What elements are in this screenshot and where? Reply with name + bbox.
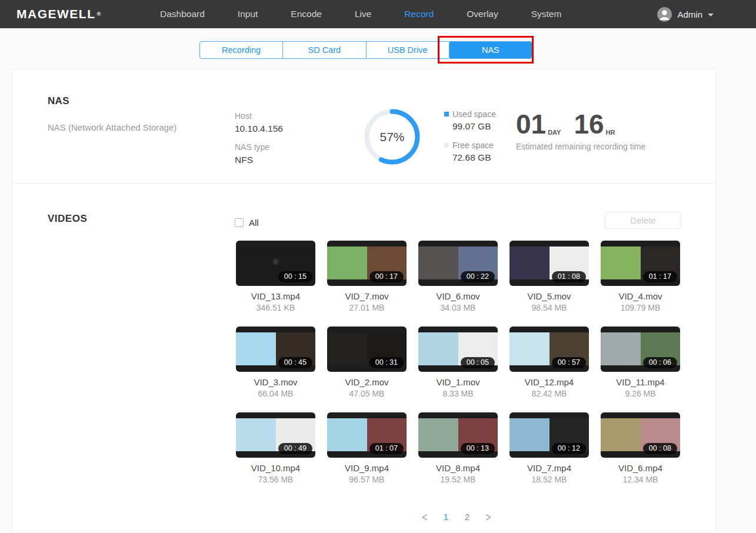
- video-thumbnail[interactable]: ◉ 01 : 17: [601, 241, 680, 286]
- video-thumbnail[interactable]: ◉ 01 : 07: [327, 412, 407, 458]
- video-size: 66.04 MB: [236, 389, 315, 398]
- video-name: VID_6.mp4: [601, 463, 680, 473]
- used-space-value: 99.07 GB: [452, 120, 496, 132]
- video-size: 47.05 MB: [327, 389, 407, 398]
- video-thumbnail[interactable]: ◉ 00 : 08: [601, 412, 680, 458]
- video-name: VID_10.mp4: [236, 463, 315, 473]
- select-all-checkbox[interactable]: [235, 218, 244, 227]
- video-duration-badge: 00 : 05: [461, 357, 495, 368]
- nav-system[interactable]: System: [531, 9, 562, 19]
- video-name: VID_3.mov: [236, 377, 315, 387]
- video-duration-badge: 00 : 06: [643, 357, 677, 368]
- tab-nas[interactable]: NAS: [449, 42, 532, 58]
- video-thumbnail[interactable]: ◉ 00 : 17: [327, 241, 407, 286]
- video-thumbnail[interactable]: ◉ 00 : 12: [509, 412, 589, 458]
- video-duration-badge: 00 : 17: [369, 271, 404, 282]
- video-duration-badge: 00 : 45: [278, 357, 312, 368]
- pagination: < 1 2 >: [418, 509, 495, 524]
- video-size: 19.52 MB: [418, 475, 498, 484]
- video-card[interactable]: ◉ 00 : 17 VID_7.mov 27.01 MB: [327, 241, 407, 312]
- video-thumbnail[interactable]: ◉ 01 : 08: [509, 241, 589, 286]
- video-thumbnail[interactable]: ◉ 00 : 13: [418, 412, 498, 458]
- video-name: VID_13.mp4: [236, 291, 315, 301]
- user-menu[interactable]: Admin: [657, 0, 714, 28]
- video-card[interactable]: ◉ 00 : 08 VID_6.mp4 12.34 MB: [601, 412, 680, 484]
- nav-encode[interactable]: Encode: [291, 9, 322, 19]
- prev-page-icon[interactable]: <: [418, 507, 431, 527]
- main-nav: Dashboard Input Encode Live Record Overl…: [160, 0, 561, 28]
- video-card[interactable]: ◉ 01 : 07 VID_9.mp4 96.57 MB: [327, 412, 407, 484]
- tab-usb-drive[interactable]: USB Drive: [366, 42, 449, 58]
- video-duration-badge: 00 : 49: [278, 443, 312, 454]
- user-avatar-icon: [657, 7, 672, 22]
- video-thumbnail[interactable]: ◉ 00 : 57: [509, 327, 589, 372]
- video-name: VID_8.mp4: [418, 463, 498, 473]
- video-card[interactable]: ◉ 00 : 57 VID_12.mp4 82.42 MB: [509, 327, 589, 398]
- nav-record[interactable]: Record: [404, 9, 434, 19]
- videos-section-title: VIDEOS: [48, 213, 87, 225]
- tab-recording[interactable]: Recording: [200, 42, 282, 58]
- video-name: VID_12.mp4: [509, 377, 589, 387]
- free-space-value: 72.68 GB: [452, 151, 496, 164]
- content-card: NAS NAS (Network Attached Storage) Host …: [12, 69, 716, 533]
- video-thumbnail[interactable]: ◉ 00 : 22: [418, 241, 498, 286]
- page-2-button[interactable]: 2: [461, 509, 474, 524]
- video-card[interactable]: ◉ 01 : 08 VID_5.mov 98.54 MB: [509, 241, 589, 312]
- video-card[interactable]: ◉ 00 : 13 VID_8.mp4 19.52 MB: [418, 412, 498, 484]
- nas-type-value: NFS: [235, 154, 283, 166]
- remaining-days: 01: [516, 111, 546, 138]
- nav-overlay[interactable]: Overlay: [467, 9, 498, 19]
- video-thumbnail[interactable]: ◉ 00 : 06: [601, 327, 680, 372]
- video-card[interactable]: ◉ 00 : 15 VID_13.mp4 346.51 KB: [236, 241, 315, 312]
- logo-text: MAGEWELL: [16, 7, 95, 21]
- remaining-hours-unit: HR: [606, 129, 615, 136]
- nav-live[interactable]: Live: [355, 9, 371, 19]
- video-card[interactable]: ◉ 00 : 06 VID_11.mp4 9.26 MB: [601, 327, 680, 398]
- video-card[interactable]: ◉ 00 : 22 VID_6.mov 34.03 MB: [418, 241, 498, 312]
- video-grid: ◉ 00 : 15 VID_13.mp4 346.51 KB ◉ 00 : 17…: [236, 241, 681, 484]
- video-size: 82.42 MB: [509, 389, 589, 398]
- video-name: VID_11.mp4: [601, 377, 680, 387]
- nav-input[interactable]: Input: [238, 9, 258, 19]
- video-duration-badge: 00 : 15: [278, 271, 312, 282]
- navbar: MAGEWELL® Dashboard Input Encode Live Re…: [0, 0, 756, 28]
- video-thumbnail[interactable]: ◉ 00 : 49: [236, 412, 315, 458]
- video-size: 18.52 MB: [509, 475, 589, 484]
- video-card[interactable]: ◉ 00 : 31 VID_2.mov 47.05 MB: [327, 327, 407, 398]
- video-card[interactable]: ◉ 00 : 49 VID_10.mp4 73.56 MB: [236, 412, 315, 484]
- video-duration-badge: 00 : 12: [552, 443, 586, 454]
- delete-button[interactable]: Delete: [605, 212, 681, 229]
- video-thumbnail[interactable]: ◉ 00 : 45: [236, 327, 315, 372]
- nas-section-subtitle: NAS (Network Attached Storage): [48, 122, 176, 132]
- select-all-label: All: [249, 218, 259, 228]
- used-space-label: Used space: [452, 108, 496, 120]
- chevron-down-icon: [708, 14, 714, 16]
- magewell-logo: MAGEWELL®: [16, 0, 102, 28]
- video-card[interactable]: ◉ 00 : 05 VID_1.mov 8.33 MB: [418, 327, 498, 398]
- video-thumbnail[interactable]: ◉ 00 : 15: [236, 241, 315, 286]
- video-name: VID_1.mov: [418, 377, 498, 387]
- page-1-button[interactable]: 1: [439, 509, 452, 524]
- storage-tab-group: Recording SD Card USB Drive NAS: [199, 41, 532, 59]
- video-card[interactable]: ◉ 01 : 17 VID_4.mov 109.79 MB: [601, 241, 680, 312]
- video-card[interactable]: ◉ 00 : 12 VID_7.mp4 18.52 MB: [509, 412, 589, 484]
- free-space-legend: Free space 72.68 GB: [444, 139, 496, 164]
- video-name: VID_6.mov: [418, 291, 498, 301]
- video-thumbnail[interactable]: ◉ 00 : 05: [418, 327, 498, 372]
- video-card[interactable]: ◉ 00 : 45 VID_3.mov 66.04 MB: [236, 327, 315, 398]
- tab-sd-card[interactable]: SD Card: [282, 42, 365, 58]
- remaining-days-unit: DAY: [548, 129, 561, 136]
- video-duration-badge: 01 : 08: [552, 271, 586, 282]
- next-page-icon[interactable]: >: [482, 507, 495, 527]
- video-duration-badge: 01 : 17: [643, 271, 677, 282]
- video-duration-badge: 00 : 13: [461, 443, 495, 454]
- nas-type-label: NAS type: [235, 141, 283, 154]
- video-name: VID_4.mov: [601, 291, 680, 301]
- nas-section-title: NAS: [48, 95, 69, 107]
- video-size: 73.56 MB: [236, 475, 315, 484]
- host-label: Host: [235, 109, 283, 122]
- video-thumbnail[interactable]: ◉ 00 : 31: [327, 327, 407, 372]
- nav-dashboard[interactable]: Dashboard: [160, 9, 205, 19]
- section-divider: [12, 183, 715, 184]
- video-name: VID_5.mov: [509, 291, 589, 301]
